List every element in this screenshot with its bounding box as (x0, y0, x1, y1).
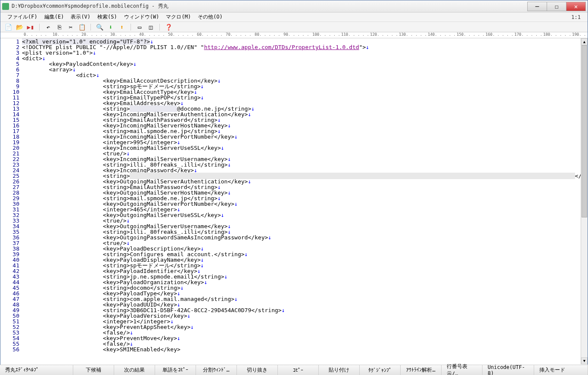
split-icon[interactable]: ◫ (146, 23, 155, 31)
status-cut[interactable]: 切り抜き (237, 365, 278, 375)
status-copy-word[interactable]: 単語をｺﾋﾟｰ (155, 365, 196, 375)
scroll-thumb[interactable] (582, 45, 587, 217)
status-line-no[interactable]: 行番号表示/… (442, 365, 482, 375)
status-outline[interactable]: ｱｳﾄﾗｲﾝ解析… (401, 365, 442, 375)
scroll-up-arrow[interactable]: ▲ (581, 38, 588, 45)
code-line[interactable]: <plist version="1.0">↓ (22, 50, 581, 56)
code-line[interactable]: <key>PayloadContent</key>↓ (22, 61, 581, 67)
menu-view[interactable]: 表示(V) (67, 12, 94, 22)
open-file-icon[interactable]: 📂 (15, 23, 24, 31)
menu-file[interactable]: ファイル(F) (4, 12, 41, 22)
window-title: D:¥Dropbox¥common¥spmodeprofile.mobileco… (12, 3, 528, 10)
toolbar: 📄 📂 ▶▮ ↶ ⎘ ✂ 📋 🔍 ⬇ ⬆ ▭ ◫ ❓ (0, 22, 588, 32)
editor[interactable]: 1234567891011121314151617181920212223242… (0, 38, 588, 364)
vertical-scrollbar[interactable]: ▲ ▼ (581, 38, 588, 364)
new-file-icon[interactable]: 📄 (4, 23, 12, 31)
app-icon (2, 3, 9, 10)
save-file-icon[interactable]: ▶▮ (26, 23, 35, 31)
ruler: 0. . . . .10. . . . .20. . . . .30. . . … (0, 32, 588, 38)
search-up-icon[interactable]: ⬆ (118, 23, 126, 31)
window-icon[interactable]: ▭ (135, 23, 144, 31)
status-help[interactable]: 秀丸ｴﾃﾞｨﾀﾍﾙﾌﾟ (0, 365, 73, 375)
help-icon[interactable]: ❓ (164, 23, 173, 31)
search-down-icon[interactable]: ⬇ (106, 23, 115, 31)
menu-other[interactable]: その他(O) (194, 12, 226, 22)
status-paste[interactable]: 貼り付け (319, 365, 360, 375)
titlebar: D:¥Dropbox¥common¥spmodeprofile.mobileco… (0, 0, 588, 12)
paste-icon[interactable]: 📋 (78, 23, 86, 31)
menu-window[interactable]: ウィンドウ(W) (121, 12, 163, 22)
cut-icon[interactable]: ✂ (66, 23, 75, 31)
statusbar: 秀丸ｴﾃﾞｨﾀﾍﾙﾌﾟ 下候補 次の結果 単語をｺﾋﾟｰ 分割ｳｨﾝﾄﾞ… 切り… (0, 365, 588, 375)
line-number-gutter: 1234567891011121314151617181920212223242… (0, 38, 22, 364)
code-line[interactable]: <!DOCTYPE plist PUBLIC "-//Apple//DTD PL… (22, 44, 581, 50)
copy-icon[interactable]: ⎘ (55, 23, 64, 31)
code-line[interactable]: <array>↓ (22, 67, 581, 72)
undo-icon[interactable]: ↶ (44, 23, 53, 31)
menu-search[interactable]: 検索(S) (94, 12, 121, 22)
status-mode[interactable]: 挿入モード (534, 365, 588, 375)
code-area[interactable]: <?xml version="1.0" encoding="UTF-8"?>↓<… (22, 38, 581, 364)
minimize-button[interactable]: ─ (527, 2, 547, 11)
status-tag-jump[interactable]: ﾀｸﾞｼﾞｬﾝﾌﾟ (360, 365, 401, 375)
code-line[interactable]: <key>SMIMEEnabled</key> (22, 347, 581, 352)
status-next-result[interactable]: 次の結果 (114, 365, 155, 375)
status-copy[interactable]: ｺﾋﾟｰ (278, 365, 319, 375)
scroll-down-arrow[interactable]: ▼ (581, 357, 588, 364)
status-encoding[interactable]: Unicode(UTF-8) (482, 365, 534, 375)
menu-edit[interactable]: 編集(E) (41, 12, 68, 22)
maximize-button[interactable]: ☐ (547, 2, 566, 11)
menu-macro[interactable]: マクロ(M) (162, 12, 194, 22)
status-next-candidate[interactable]: 下候補 (73, 365, 114, 375)
close-button[interactable]: ✕ (566, 2, 586, 11)
menubar: ファイル(F) 編集(E) 表示(V) 検索(S) ウィンドウ(W) マクロ(M… (0, 12, 588, 22)
cursor-position: 1:1 (571, 14, 584, 20)
search-icon[interactable]: 🔍 (95, 23, 104, 31)
status-split[interactable]: 分割ｳｨﾝﾄﾞ… (196, 365, 237, 375)
